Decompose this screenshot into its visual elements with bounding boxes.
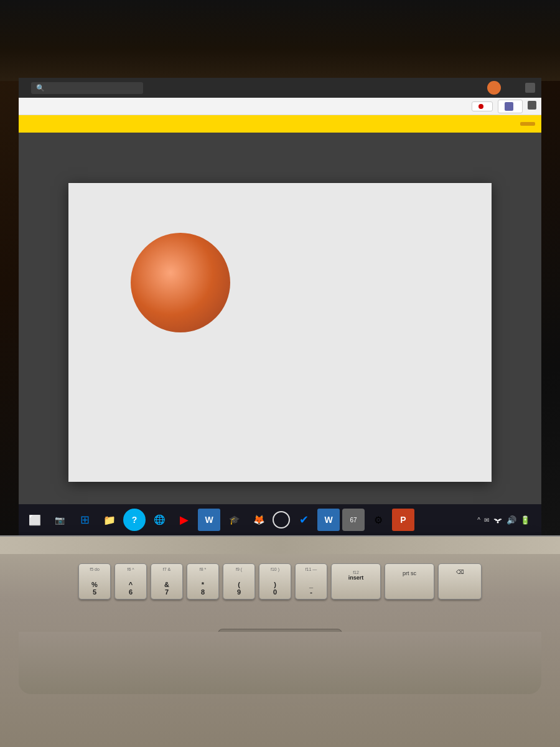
key-prtsc-label: prt sc xyxy=(403,570,416,576)
search-box[interactable]: 🔍 xyxy=(31,82,143,94)
key-9[interactable]: f9 ( (9 xyxy=(223,563,255,599)
powerpoint-window: 🔍 xyxy=(19,78,541,532)
system-tray: ^ ✉ 🔊 🔋 xyxy=(477,515,536,525)
menu-bar xyxy=(19,98,541,115)
taskbar-school[interactable]: 🎓 xyxy=(223,509,245,531)
key-0-top-label: f10 ) xyxy=(264,567,286,571)
key-6[interactable]: f6 ^ ^6 xyxy=(114,563,147,599)
taskbar-youtube[interactable]: ▶ xyxy=(173,509,195,531)
menu-slideshow[interactable] xyxy=(51,104,63,109)
present-teams-button[interactable] xyxy=(498,100,523,113)
taskbar-folder[interactable]: 📁 xyxy=(98,509,121,531)
user-avatar xyxy=(487,81,501,95)
keyboard-inner: f5 do %5 f6 ^ ^6 f7 & &7 f8 * *8 f9 ( (9… xyxy=(0,554,560,631)
key-9-top-label: f9 ( xyxy=(228,567,250,571)
menu-view[interactable] xyxy=(92,104,105,109)
key-7[interactable]: f7 & &7 xyxy=(151,563,183,599)
record-button[interactable] xyxy=(472,101,493,111)
protected-view-banner xyxy=(19,115,541,133)
key-insert-main-label: insert xyxy=(348,575,364,581)
key-0-main-label: )0 xyxy=(264,581,286,596)
key-5-main-label: %5 xyxy=(84,581,105,596)
key-8[interactable]: f8 * *8 xyxy=(187,563,219,599)
top-dark-area xyxy=(0,0,560,81)
taskbar-powerpoint[interactable]: P xyxy=(392,509,414,531)
slide-area xyxy=(19,133,541,532)
ribbon-right xyxy=(472,100,536,113)
key-prtsc[interactable]: prt sc xyxy=(385,563,434,599)
key-insert[interactable]: f12 insert xyxy=(331,563,381,599)
tray-wifi-icon[interactable] xyxy=(493,515,503,525)
keyboard-row-1: f5 do %5 f6 ^ ^6 f7 & &7 f8 * *8 f9 ( (9… xyxy=(19,563,541,599)
taskbar-check[interactable]: ✔ xyxy=(292,509,315,531)
key-0[interactable]: f10 ) )0 xyxy=(259,563,291,599)
key-7-top-label: f7 & xyxy=(156,567,177,571)
menu-transitions[interactable] xyxy=(24,104,36,109)
tray-battery-icon[interactable]: 🔋 xyxy=(520,515,530,525)
key-backspace[interactable]: ⌫ xyxy=(438,563,482,599)
menu-help[interactable] xyxy=(106,104,118,109)
key-6-main-label: ^6 xyxy=(120,581,141,596)
key-5[interactable]: f5 do %5 xyxy=(78,563,111,599)
key-6-top-label: f6 ^ xyxy=(120,567,141,571)
record-dot-icon xyxy=(478,104,483,109)
key-backspace-label: ⌫ xyxy=(456,569,464,575)
taskbar-gear[interactable]: ⚙ xyxy=(367,509,390,531)
key-8-main-label: *8 xyxy=(192,581,213,596)
tray-volume-icon[interactable]: 🔊 xyxy=(506,515,516,525)
title-bar-right xyxy=(482,81,535,95)
key-minus-top-label: f11 — xyxy=(301,567,322,571)
key-9-main-label: (9 xyxy=(228,581,250,596)
title-bar-left: 🔍 xyxy=(25,82,143,94)
keyboard-spacer xyxy=(19,603,541,622)
menu-review[interactable] xyxy=(78,104,91,109)
key-5-top-label: f5 do xyxy=(84,567,105,571)
palm-rest xyxy=(19,632,541,694)
chat-btn[interactable] xyxy=(525,83,535,93)
taskbar-word[interactable]: W xyxy=(198,509,220,531)
menu-record[interactable] xyxy=(65,104,77,109)
taskbar-badge67[interactable]: 67 xyxy=(342,509,365,531)
taskbar-help[interactable]: ? xyxy=(123,509,146,531)
menu-animations[interactable] xyxy=(37,104,50,109)
taskbar-firefox[interactable]: 🦊 xyxy=(248,509,270,531)
tray-arrows[interactable]: ^ xyxy=(477,517,480,524)
key-8-top-label: f8 * xyxy=(192,567,213,571)
key-7-main-label: &7 xyxy=(156,581,177,596)
key-minus[interactable]: f11 — _- xyxy=(295,563,327,599)
message-btn[interactable] xyxy=(528,101,536,112)
taskbar-square[interactable]: ⬜ xyxy=(24,509,46,531)
enable-editing-button[interactable] xyxy=(520,122,535,126)
svg-point-0 xyxy=(497,521,499,523)
taskbar-camera[interactable]: 📷 xyxy=(49,509,71,531)
taskbar-windows[interactable]: ⊞ xyxy=(73,509,96,531)
slide xyxy=(68,183,492,482)
key-insert-top-label: f12 xyxy=(337,570,375,575)
message-icon xyxy=(528,101,536,110)
title-bar: 🔍 xyxy=(19,78,541,98)
taskbar: ⬜ 📷 ⊞ 📁 ? 🌐 ▶ W 🎓 🦊 ✔ W 67 ⚙ P ^ ✉ 🔊 🔋 xyxy=(19,504,541,535)
search-icon: 🔍 xyxy=(36,84,45,92)
taskbar-circle[interactable] xyxy=(273,511,290,529)
taskbar-edge[interactable]: 🌐 xyxy=(148,509,170,531)
taskbar-winword2[interactable]: W xyxy=(317,509,340,531)
teams-icon xyxy=(505,102,513,111)
slide-content xyxy=(68,183,492,298)
keyboard-top-strip xyxy=(0,535,560,554)
key-minus-main-label: _- xyxy=(301,581,322,596)
tray-mail[interactable]: ✉ xyxy=(484,517,489,524)
